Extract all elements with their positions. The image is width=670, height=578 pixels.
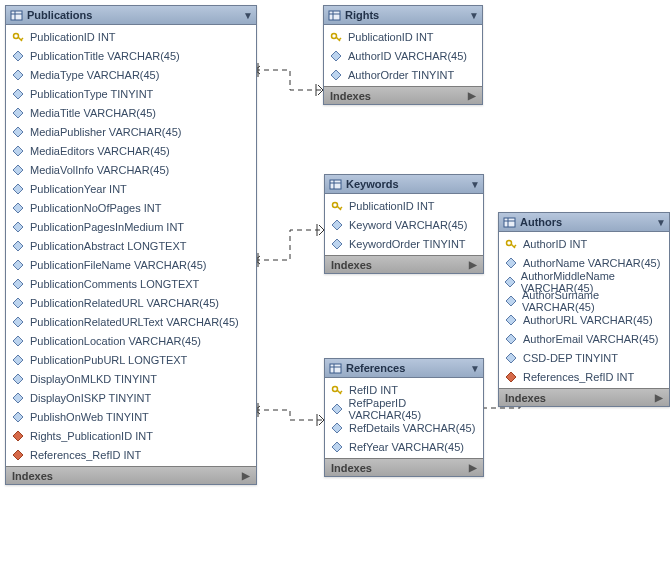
indexes-section[interactable]: Indexes▶: [324, 86, 482, 104]
column-label: Keyword VARCHAR(45): [349, 219, 467, 231]
column-row[interactable]: AuthorURL VARCHAR(45): [499, 310, 669, 329]
svg-marker-42: [332, 220, 342, 230]
fk-diamond-icon: [11, 429, 25, 443]
table-title: References: [346, 362, 470, 374]
table-icon: [502, 215, 516, 229]
column-row[interactable]: References_RefID INT: [6, 445, 256, 464]
indexes-section[interactable]: Indexes▶: [499, 388, 669, 406]
svg-marker-24: [13, 393, 23, 403]
column-row[interactable]: PublicationType TINYINT: [6, 84, 256, 103]
expand-arrow-icon[interactable]: ▶: [242, 470, 250, 481]
column-diamond-icon: [11, 258, 25, 272]
column-label: PublicationRelatedURLText VARCHAR(45): [30, 316, 239, 328]
column-diamond-icon: [11, 277, 25, 291]
svg-marker-25: [13, 412, 23, 422]
column-label: KeywordOrder TINYINT: [349, 238, 466, 250]
table-header[interactable]: Authors▼: [499, 213, 669, 232]
column-row[interactable]: PublicationTitle VARCHAR(45): [6, 46, 256, 65]
svg-marker-22: [13, 355, 23, 365]
svg-line-41: [340, 207, 342, 209]
column-row[interactable]: PublicationYear INT: [6, 179, 256, 198]
column-row[interactable]: PublicationComments LONGTEXT: [6, 274, 256, 293]
column-row[interactable]: PublicationID INT: [6, 27, 256, 46]
column-row[interactable]: PublicationFileName VARCHAR(45): [6, 255, 256, 274]
table-publications[interactable]: Publications▼PublicationID INTPublicatio…: [5, 5, 257, 485]
table-icon: [328, 361, 342, 375]
column-row[interactable]: MediaType VARCHAR(45): [6, 65, 256, 84]
column-row[interactable]: PublicationPagesInMedium INT: [6, 217, 256, 236]
table-header[interactable]: Keywords▼: [325, 175, 483, 194]
column-diamond-icon: [504, 351, 518, 365]
table-header[interactable]: References▼: [325, 359, 483, 378]
column-diamond-icon: [11, 239, 25, 253]
svg-marker-65: [332, 442, 342, 452]
column-row[interactable]: RefYear VARCHAR(45): [325, 437, 483, 456]
column-row[interactable]: AuthorID INT: [499, 234, 669, 253]
column-label: PublicationType TINYINT: [30, 88, 153, 100]
column-row[interactable]: PublicationPubURL LONGTEXT: [6, 350, 256, 369]
column-row[interactable]: DisplayOnISKP TINYINT: [6, 388, 256, 407]
column-label: RefPaperID VARCHAR(45): [349, 397, 478, 421]
column-row[interactable]: DisplayOnMLKD TINYINT: [6, 369, 256, 388]
expand-arrow-icon[interactable]: ▶: [469, 462, 477, 473]
expand-arrow-icon[interactable]: ▶: [468, 90, 476, 101]
columns-list: PublicationID INTAuthorID VARCHAR(45)Aut…: [324, 25, 482, 86]
table-authors[interactable]: Authors▼AuthorID INTAuthorName VARCHAR(4…: [498, 212, 670, 407]
column-row[interactable]: CSD-DEP TINYINT: [499, 348, 669, 367]
column-row[interactable]: PublicationID INT: [325, 196, 483, 215]
indexes-section[interactable]: Indexes▶: [325, 255, 483, 273]
column-row[interactable]: PublicationAbstract LONGTEXT: [6, 236, 256, 255]
column-row[interactable]: PublicationRelatedURLText VARCHAR(45): [6, 312, 256, 331]
collapse-arrow-icon[interactable]: ▼: [470, 363, 480, 374]
table-references[interactable]: References▼RefID INTRefPaperID VARCHAR(4…: [324, 358, 484, 477]
column-row[interactable]: PublishOnWeb TINYINT: [6, 407, 256, 426]
column-row[interactable]: Keyword VARCHAR(45): [325, 215, 483, 234]
column-row[interactable]: AuthorOrder TINYINT: [324, 65, 482, 84]
svg-marker-13: [13, 184, 23, 194]
column-row[interactable]: AuthorSurname VARCHAR(45): [499, 291, 669, 310]
column-row[interactable]: RefDetails VARCHAR(45): [325, 418, 483, 437]
table-keywords[interactable]: Keywords▼PublicationID INTKeyword VARCHA…: [324, 174, 484, 274]
column-label: CSD-DEP TINYINT: [523, 352, 618, 364]
column-row[interactable]: RefPaperID VARCHAR(45): [325, 399, 483, 418]
column-diamond-icon: [11, 68, 25, 82]
column-label: References_RefID INT: [523, 371, 634, 383]
column-label: PublicationLocation VARCHAR(45): [30, 335, 201, 347]
column-row[interactable]: PublicationNoOfPages INT: [6, 198, 256, 217]
svg-marker-43: [332, 239, 342, 249]
svg-marker-27: [13, 450, 23, 460]
expand-arrow-icon[interactable]: ▶: [469, 259, 477, 270]
column-row[interactable]: PublicationID INT: [324, 27, 482, 46]
column-row[interactable]: AuthorEmail VARCHAR(45): [499, 329, 669, 348]
column-diamond-icon: [11, 410, 25, 424]
expand-arrow-icon[interactable]: ▶: [655, 392, 663, 403]
column-row[interactable]: KeywordOrder TINYINT: [325, 234, 483, 253]
table-header[interactable]: Publications▼: [6, 6, 256, 25]
table-title: Authors: [520, 216, 656, 228]
column-label: AuthorURL VARCHAR(45): [523, 314, 653, 326]
column-diamond-icon: [11, 182, 25, 196]
table-rights[interactable]: Rights▼PublicationID INTAuthorID VARCHAR…: [323, 5, 483, 105]
table-header[interactable]: Rights▼: [324, 6, 482, 25]
column-row[interactable]: References_RefID INT: [499, 367, 669, 386]
column-diamond-icon: [330, 237, 344, 251]
column-row[interactable]: PublicationRelatedURL VARCHAR(45): [6, 293, 256, 312]
column-row[interactable]: MediaEditors VARCHAR(45): [6, 141, 256, 160]
fk-diamond-icon: [11, 448, 25, 462]
column-label: PublicationComments LONGTEXT: [30, 278, 199, 290]
key-icon: [11, 30, 25, 44]
indexes-section[interactable]: Indexes▶: [325, 458, 483, 476]
svg-marker-34: [331, 51, 341, 61]
collapse-arrow-icon[interactable]: ▼: [469, 10, 479, 21]
collapse-arrow-icon[interactable]: ▼: [470, 179, 480, 190]
column-row[interactable]: AuthorID VARCHAR(45): [324, 46, 482, 65]
column-row[interactable]: MediaPublisher VARCHAR(45): [6, 122, 256, 141]
column-row[interactable]: MediaVolInfo VARCHAR(45): [6, 160, 256, 179]
collapse-arrow-icon[interactable]: ▼: [243, 10, 253, 21]
column-row[interactable]: Rights_PublicationID INT: [6, 426, 256, 445]
collapse-arrow-icon[interactable]: ▼: [656, 217, 666, 228]
indexes-section[interactable]: Indexes▶: [6, 466, 256, 484]
column-row[interactable]: MediaTitle VARCHAR(45): [6, 103, 256, 122]
key-icon: [330, 383, 344, 397]
column-row[interactable]: PublicationLocation VARCHAR(45): [6, 331, 256, 350]
